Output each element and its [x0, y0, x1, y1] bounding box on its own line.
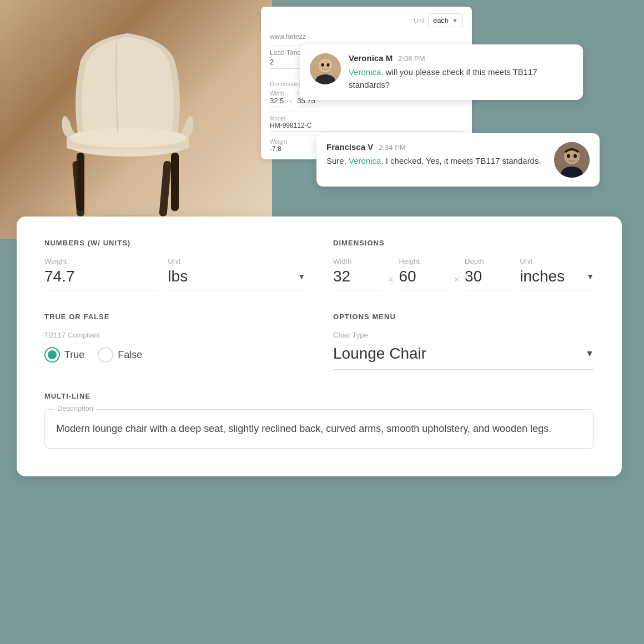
chair-type-label: Chair Type — [333, 331, 594, 339]
true-false-section: TRUE OR FALSE TB117 Compliant True False — [44, 313, 305, 370]
chat-text-2: Sure, Veronica. I checked. Yes, it meets… — [326, 155, 546, 168]
website-field: www.fortezz — [270, 33, 463, 41]
unit-dropdown-top[interactable]: each ▼ — [428, 13, 463, 27]
chat-bubble-1: Veronica M 2:08 PM Veronica, will you pl… — [300, 44, 583, 100]
chair-type-dropdown[interactable]: Lounge Chair ▼ — [333, 345, 594, 370]
dimensions-section: DIMENSIONS Width 32 × Height 60 × Depth … — [333, 239, 594, 290]
dim-width-value[interactable]: 32 — [333, 268, 383, 290]
multiline-title: MULTI-LINE — [44, 392, 594, 400]
dim-depth-label: Depth — [465, 257, 514, 265]
unit-label-top: Unit — [414, 17, 425, 24]
dim-width-label: Width — [333, 257, 383, 265]
tb117-label: TB117 Compliant — [44, 331, 305, 339]
bottom-card: NUMBERS (W/ UNITS) Weight 74.7 Unit lbs … — [17, 217, 622, 476]
model-value-top: HM-998112-C — [270, 122, 463, 132]
chair-image — [0, 0, 272, 239]
radio-true[interactable]: True — [44, 347, 84, 363]
unit-value-top: each — [433, 16, 449, 24]
radio-false-outer — [98, 347, 113, 363]
chair-type-value: Lounge Chair — [333, 345, 426, 363]
unit-dropdown[interactable]: lbs ▼ — [168, 268, 305, 290]
svg-rect-5 — [77, 153, 84, 211]
chat-highlight-1: Veronica, — [349, 67, 384, 77]
svg-point-12 — [321, 63, 324, 67]
dim-height-value[interactable]: 60 — [399, 268, 449, 290]
chat-name-2: Francisca V — [326, 142, 373, 152]
dim-sep-1: × — [388, 275, 393, 290]
svg-point-13 — [327, 63, 330, 67]
description-textarea[interactable]: Description Modern lounge chair with a d… — [44, 409, 594, 449]
radio-false-label: False — [118, 349, 142, 361]
chat-highlight-2: Veronica. — [349, 156, 384, 165]
width-value-top: 32.5 — [270, 97, 284, 107]
dim-depth-value[interactable]: 30 — [465, 268, 514, 290]
dim-height-label: Height — [399, 257, 449, 265]
chat-content-1: Veronica M 2:08 PM Veronica, will you pl… — [349, 53, 573, 91]
description-text: Modern lounge chair with a deep seat, sl… — [56, 421, 582, 437]
avatar-francisca — [554, 142, 590, 178]
svg-point-18 — [567, 154, 570, 158]
radio-true-outer — [44, 347, 60, 363]
dim-unit-label: Unit — [520, 257, 594, 265]
chat-content-2: Francisca V 2:34 PM Sure, Veronica. I ch… — [326, 142, 546, 178]
svg-point-7 — [69, 128, 186, 148]
chat-bubble-2: Francisca V 2:34 PM Sure, Veronica. I ch… — [316, 133, 600, 187]
numbers-section: NUMBERS (W/ UNITS) Weight 74.7 Unit lbs … — [44, 239, 305, 290]
chat-msg-before: Sure, — [326, 156, 349, 165]
dim-unit-value: inches — [520, 268, 565, 285]
unit-arrow-top: ▼ — [452, 17, 458, 24]
avatar-veronica — [310, 53, 341, 84]
lead-time-label: Lead Time — [270, 49, 301, 57]
chat-text-1: Veronica, will you please check if this … — [349, 66, 573, 91]
options-title: OPTIONS MENU — [333, 313, 594, 321]
unit-value: lbs — [168, 268, 188, 285]
chat-time-2: 2:34 PM — [379, 143, 405, 152]
lead-time-value: 2 — [270, 58, 301, 69]
multiline-section: MULTI-LINE Description Modern lounge cha… — [44, 392, 594, 449]
svg-rect-2 — [159, 160, 172, 217]
dim-unit-dropdown[interactable]: inches ▼ — [520, 268, 594, 290]
dim-unit-arrow: ▼ — [586, 272, 594, 281]
chat-msg-after: I checked. Yes, it meets TB117 standards… — [384, 156, 541, 165]
weight-label: Weight — [44, 257, 159, 265]
description-legend: Description — [54, 404, 97, 412]
weight-value[interactable]: 74.7 — [44, 268, 159, 290]
dim-sep-2: × — [454, 275, 459, 290]
dimensions-title: DIMENSIONS — [333, 239, 594, 247]
svg-point-19 — [573, 154, 577, 158]
radio-true-label: True — [64, 349, 84, 361]
true-false-title: TRUE OR FALSE — [44, 313, 305, 321]
chat-name-1: Veronica M — [349, 53, 393, 63]
model-label-top: Model — [270, 115, 463, 122]
x-sep-1: × — [289, 97, 293, 107]
unit-arrow: ▼ — [298, 272, 305, 281]
width-label-top: Width — [270, 90, 284, 97]
chair-type-arrow: ▼ — [585, 349, 594, 359]
chat-time-1: 2:08 PM — [398, 54, 425, 63]
numbers-title: NUMBERS (W/ UNITS) — [44, 239, 305, 247]
options-section: OPTIONS MENU Chair Type Lounge Chair ▼ — [333, 313, 594, 370]
unit-label: Unit — [168, 257, 305, 265]
svg-rect-6 — [171, 153, 179, 211]
radio-false[interactable]: False — [98, 347, 142, 363]
radio-true-inner — [48, 350, 57, 359]
